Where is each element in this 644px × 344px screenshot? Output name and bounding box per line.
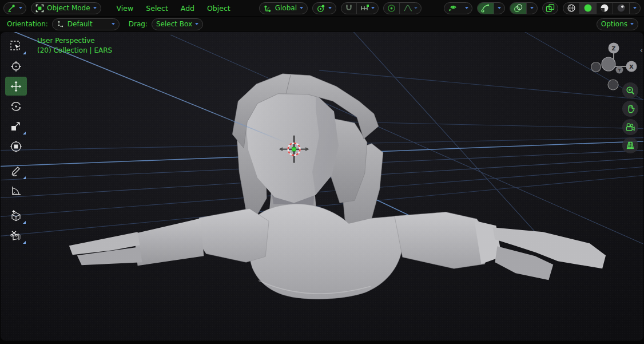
shading-solid-button[interactable] [579, 3, 596, 14]
options-dropdown[interactable]: Options [597, 18, 638, 30]
object-origin [292, 147, 296, 151]
mode-selector[interactable]: Object Mode [31, 2, 101, 14]
tool-transform[interactable] [5, 137, 27, 156]
gizmos-toggle-group [477, 2, 505, 14]
shading-rendered-button[interactable] [613, 3, 629, 14]
grid-perspective-icon [625, 141, 635, 150]
axis-neg-z-ball [608, 80, 618, 90]
menu-view[interactable]: View [110, 4, 140, 13]
zoom-icon [626, 86, 635, 96]
show-overlays-toggle[interactable] [510, 3, 526, 14]
tool-scale[interactable] [5, 117, 27, 136]
shading-material-button[interactable] [596, 3, 613, 14]
magnet-icon [345, 4, 353, 12]
falloff-dropdown[interactable] [400, 3, 421, 14]
chevron-down-icon [414, 7, 418, 9]
left-sleeve [194, 208, 269, 262]
snap-target-dropdown[interactable] [356, 3, 378, 14]
overlays-dropdown[interactable] [526, 3, 537, 14]
snapping-controls [341, 2, 379, 14]
chevron-down-icon [371, 7, 375, 9]
tool-rotate[interactable] [5, 97, 27, 116]
drag-mode-dropdown[interactable]: Select Box [152, 18, 203, 30]
chevron-down-icon [195, 23, 198, 25]
chevron-down-icon [530, 7, 534, 9]
right-sleeve [395, 212, 491, 268]
orientation-default-icon [57, 20, 65, 28]
shading-mode-group [563, 2, 641, 14]
tool-add-cube[interactable] [5, 206, 27, 225]
camera-icon [625, 122, 635, 132]
chevron-down-icon [19, 7, 22, 9]
tool-select-box[interactable] [5, 37, 27, 56]
pan-button[interactable] [622, 101, 638, 117]
axis-x-label: X [629, 64, 634, 70]
overlays-toggle-group [510, 2, 538, 14]
axis-z-label: Z [612, 45, 616, 52]
tool-move[interactable] [5, 77, 27, 96]
orientation-axes-icon [264, 4, 272, 12]
viewport-nav-buttons [622, 82, 638, 153]
axis-y-label: Y [617, 68, 621, 73]
sidebar-toggle[interactable]: ‹ [640, 46, 643, 54]
pivot-point-dropdown[interactable] [312, 2, 336, 14]
chevron-down-icon [630, 23, 634, 25]
axis-neg-y-ball [602, 57, 615, 71]
gizmos-dropdown[interactable] [494, 3, 504, 14]
shading-dropdown[interactable] [629, 3, 640, 14]
snap-increment-icon [360, 4, 369, 12]
falloff-curve-icon [403, 4, 412, 12]
object-visibility-dropdown[interactable] [444, 2, 472, 14]
left-forearm [134, 218, 204, 266]
options-label: Options [601, 20, 627, 28]
menu-object[interactable]: Object [201, 4, 237, 13]
proportional-editing-controls [383, 2, 422, 14]
chevron-down-icon [93, 7, 97, 9]
chevron-down-icon [633, 7, 637, 9]
transform-orientation-dropdown[interactable]: Global [259, 2, 308, 14]
toggle-orthographic-button[interactable] [622, 137, 638, 153]
view-name: User Perspective [37, 36, 112, 46]
toolbar [5, 37, 27, 246]
viewport-3d[interactable]: User Perspective (20) Collection | EARS [1, 32, 643, 341]
show-gizmos-toggle[interactable] [478, 3, 494, 14]
xray-icon [546, 3, 555, 13]
xray-toggle[interactable] [542, 2, 558, 14]
solid-sphere-icon [583, 3, 593, 13]
chevron-down-icon [498, 7, 501, 9]
chevron-cell [462, 3, 472, 14]
camera-view-button[interactable] [622, 119, 638, 135]
tool-cut[interactable] [5, 226, 27, 245]
snap-toggle[interactable] [341, 3, 356, 14]
chevron-down-icon [300, 7, 303, 9]
viewport-header-bar: Object Mode View Select Add Object Globa… [0, 0, 644, 17]
wireframe-sphere-icon [567, 3, 576, 13]
overlays-icon [514, 4, 523, 13]
editor-type-button[interactable] [3, 2, 26, 14]
blender-window: Object Mode View Select Add Object Globa… [0, 0, 644, 344]
shading-wireframe-button[interactable] [563, 3, 579, 14]
proportional-edit-icon [387, 4, 396, 13]
orientation-value: Global [275, 4, 297, 12]
chevron-down-icon [328, 7, 332, 9]
tool-annotate[interactable] [5, 161, 27, 180]
tool-settings-bar: Orientation: Default Drag: Select Box Op… [0, 17, 644, 31]
visibility-eye-icon [444, 3, 462, 14]
active-collection: (20) Collection | EARS [37, 46, 112, 56]
object-mode-icon [35, 4, 44, 13]
tool-measure[interactable] [5, 181, 27, 200]
zoom-button[interactable] [622, 82, 638, 98]
menu-add[interactable]: Add [174, 4, 201, 13]
pivot-point-icon [317, 4, 325, 13]
tool-cursor[interactable] [5, 57, 27, 76]
drag-mode-value: Select Box [156, 20, 192, 28]
scene-canvas [1, 32, 643, 341]
hand-icon [626, 104, 635, 114]
drag-label: Drag: [129, 20, 148, 28]
material-sphere-icon [600, 3, 609, 13]
menu-select[interactable]: Select [140, 4, 174, 13]
gizmo-icon [481, 3, 490, 13]
tool-orientation-dropdown[interactable]: Default [52, 18, 120, 30]
mode-label: Object Mode [47, 4, 90, 12]
proportional-edit-toggle[interactable] [384, 3, 400, 14]
